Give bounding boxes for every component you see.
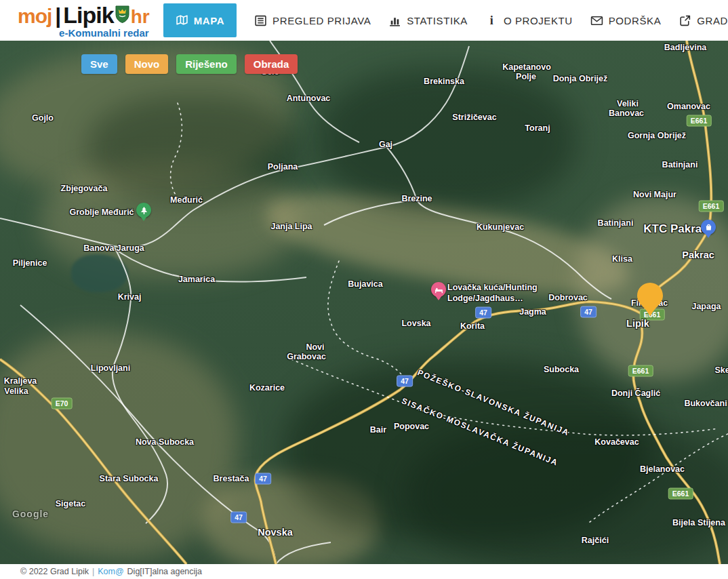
road-badge-e661: E661 [699,201,724,212]
logo-lipik: Lipik [63,3,113,26]
map-label-omanovac: Omanovac [667,102,710,111]
nav-item-podrska[interactable]: PODRŠKA [590,14,662,27]
map-label-klisa: Klisa [612,254,632,264]
report-marker[interactable] [637,283,663,317]
road-badge-47: 47 [397,376,413,387]
nav-item-pregled-prijava[interactable]: PREGLED PRIJAVA [254,14,371,27]
lipik-coat-of-arms-icon [115,5,129,25]
logo-subtitle: e-Komunalni redar [58,28,150,38]
nav-item-o-projektu[interactable]: iO PROJEKTU [485,14,573,27]
map-label-japaga: Japaga [691,302,721,311]
map-label-rajčići: Rajčići [582,536,609,545]
map-label-brestača: Brestača [214,474,249,483]
map-label-groblje-međurić: Groblje Međurić [69,207,134,217]
map-label-kukunjevac: Kukunjevac [477,222,524,232]
chart-icon [388,14,401,27]
filter-button-rijeseno[interactable]: Riješeno [176,54,237,74]
map-label-stara-subocka: Stara Subocka [100,474,159,483]
map-label-kapetanovo: Kapetanovo [502,62,551,72]
bed-icon [434,285,443,294]
road-badge-e661: E661 [668,488,693,500]
map-label-novi-majur: Novi Majur [633,190,676,199]
shopping-poi[interactable] [701,220,716,235]
nav-item-mapa[interactable]: MAPA [163,3,237,37]
map-label-jamarica: Jamarica [178,275,215,284]
map-label-bujavica: Bujavica [348,279,382,289]
info-icon: i [485,14,498,27]
lodging-poi[interactable] [431,282,446,297]
map-label-bair: Bair [370,425,386,435]
map-label-gaj: Gaj [379,140,392,149]
map-label-lipovljani: Lipovljani [91,363,130,373]
map-label-grabovac: Grabovac [287,352,326,361]
map-label-lodge-jagdhaus: Lodge/Jagdhaus… [447,294,523,303]
map-label-google: Google [12,508,49,519]
map-label-janja-lipa: Janja Lipa [270,222,312,231]
top-navigation-bar: moj | Lipik hr e-Komunalni redar MAPAPRE… [0,0,728,41]
map-label-novska: Novska [258,527,293,538]
map-label-brezine: Brezine [401,194,432,203]
road-badge-47: 47 [580,306,596,318]
footer-copyright: © 2022 Grad Lipik [20,567,89,576]
map-label-sker: Sker [714,365,728,375]
map-label-piljenice: Piljenice [13,258,47,268]
map-label-ktc-pakrac: KTC Pakrac [643,222,708,236]
bag-icon [704,223,713,232]
map-label-lovačka-kuća-hunting: Lovačka kuća/Hunting [447,283,538,292]
logo-hr: hr [131,7,150,26]
map-label-antunovac: Antunovac [287,94,331,103]
map-label-gornja-obrijež: Gornja Obrijež [628,131,686,140]
road-badge-47: 47 [255,473,271,485]
road-badge-e661: E661 [628,365,653,377]
road-badge-47: 47 [230,512,247,523]
footer-separator: | [92,567,94,576]
footer-agency-link[interactable]: Kom@ [98,567,123,576]
map-label-popovac: Popovac [394,422,429,431]
map-label-donja-obrijež: Donja Obrijež [553,74,608,83]
map-label-bukovčani: Bukovčani [684,399,727,408]
map-label-lipik: Lipik [626,318,649,329]
map-label-korita: Korita [460,321,485,331]
map-label-batinjani: Batinjani [598,218,634,228]
map-label-subocka: Subocka [544,365,579,374]
nav-item-label: PREGLED PRIJAVA [272,15,371,26]
map-label-lovska: Lovska [401,319,430,328]
road-badge-e70: E70 [52,398,73,410]
app-logo[interactable]: moj | Lipik hr e-Komunalni redar [18,3,150,38]
nav-item-statistika[interactable]: STATISTIKA [388,14,468,27]
main-menu: MAPAPREGLED PRIJAVASTATISTIKAiO PROJEKTU… [150,0,728,41]
map-label-dobrovac: Dobrovac [548,293,588,302]
mail-icon [590,14,603,27]
nav-item-grad-lipik[interactable]: GRAD LIPIK [679,14,728,27]
map-label-velika: Velika [4,386,28,396]
map-label-badljevina: Badljevina [664,43,707,52]
nav-item-label: MAPA [194,15,224,26]
map-label-strižičevac: Strižičevac [452,113,496,122]
tree-icon [140,206,148,215]
list-icon [254,14,267,27]
map-label-kozarice: Kozarice [249,383,285,393]
map-label-kovačevac: Kovačevac [594,437,639,447]
filter-button-obrada[interactable]: Obrada [245,54,298,74]
map-label-novi: Novi [306,342,324,352]
status-filter-bar: SveNovoRiješenoObrada [81,54,298,74]
map-label-banovac: Banovac [609,108,644,118]
map-label-sigetac: Sigetac [56,499,85,508]
footer: © 2022 Grad Lipik | Kom@ Dig[IT]alna age… [0,564,728,579]
map-label-zbjegovača: Zbjegovača [61,184,108,193]
map-label-batinjani: Batinjani [662,160,698,169]
map-label-brekinska: Brekinska [424,77,464,86]
filter-button-sve[interactable]: Sve [81,54,117,74]
filter-button-novo[interactable]: Novo [125,54,169,74]
road-badge-e661: E661 [687,115,712,127]
map-label-donji-čaglić: Donji Čaglić [611,388,660,398]
map-label-jagma: Jagma [519,307,546,317]
satellite-map[interactable]: SveNovoRiješenoObrada BadljevinaSeloBrek… [0,41,728,564]
cemetery-poi[interactable] [136,203,151,218]
nav-item-label: GRAD LIPIK [697,15,728,26]
map-label-bijela-stijena: Bijela Stijena [672,518,725,527]
map-label-poljana: Poljana [268,162,298,172]
nav-item-label: PODRŠKA [609,15,662,26]
logo-moj: moj [18,6,52,26]
map-label-gojlo: Gojlo [32,113,54,123]
